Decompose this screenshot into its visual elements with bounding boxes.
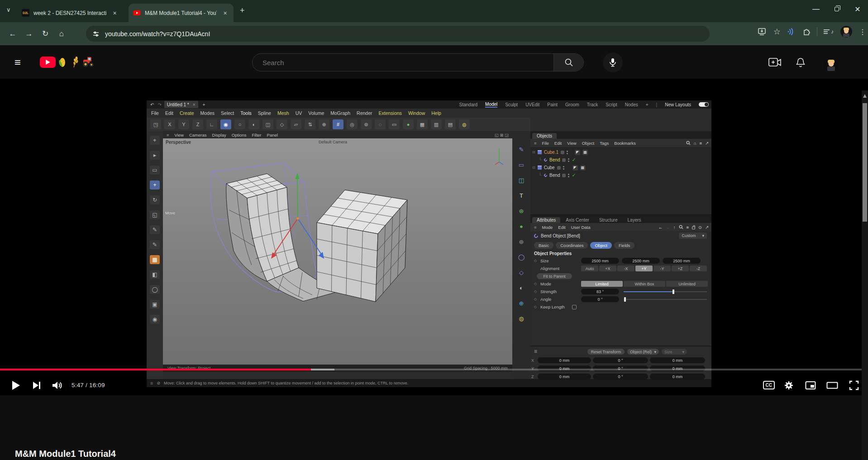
align-plus-y[interactable]: +Y [635,266,653,271]
c4d-rect-select-icon[interactable]: ▭ [150,166,160,175]
menu-edit[interactable]: Edit [165,110,173,116]
c4d-layout-track[interactable]: Track [587,102,598,107]
c4d-tool-icon[interactable]: ◐ [248,119,259,129]
c4d-snap-icon[interactable]: # [333,119,343,129]
texture-tag-icon[interactable]: ▩ [582,150,588,155]
c4d-layout-groom[interactable]: Groom [565,102,579,107]
video-player[interactable]: ↶ ↷ Untitled 1 * × + Standard Model Scul… [0,79,868,395]
menu-extensions[interactable]: Extensions [379,110,402,116]
attr-menu-edit[interactable]: Edit [558,225,565,230]
coord-size-dropdown[interactable]: Size▾ [662,349,687,355]
c4d-axis-y-icon[interactable]: Y [178,119,189,129]
section-object-properties[interactable]: Object Properties [530,250,711,257]
c4d-move-tool-icon[interactable]: + [150,180,160,190]
menu-mesh[interactable]: Mesh [277,110,289,116]
rot-x-field[interactable]: 0 ° [593,357,648,363]
attr-menu-mode[interactable]: Mode [542,225,553,230]
search-input[interactable] [253,54,553,71]
back-button[interactable]: ← [5,29,21,38]
reading-audio-icon[interactable] [787,28,796,36]
menu-mograph[interactable]: MoGraph [330,110,350,116]
objects-home-icon[interactable]: ⌂ [694,141,696,146]
attr-hamburger-icon[interactable]: ≡ [534,225,537,230]
c4d-deformer-icon[interactable]: ◯ [518,254,525,260]
page-scrollbar[interactable] [862,90,868,460]
angle-slider[interactable] [624,299,707,300]
coords-hamburger-icon[interactable]: ≡ [534,348,537,355]
c4d-axis-x-icon[interactable]: X [164,119,175,129]
c4d-tool-icon[interactable]: ◉ [150,315,160,324]
c4d-redo-icon[interactable]: ↷ [157,102,161,107]
pos-x-field[interactable]: 0 mm [538,357,591,363]
attr-filter-icon[interactable]: ≡ [687,225,689,230]
search-button[interactable] [553,54,583,71]
strength-slider[interactable] [624,291,707,292]
create-button[interactable] [768,58,781,67]
c4d-scale-tool-icon[interactable]: ◱ [150,210,160,219]
menu-tools[interactable]: Tools [240,110,252,116]
vp-corner-icons[interactable]: ◱ ⊞ ◲ [495,133,509,138]
guide-hamburger-icon[interactable]: ≡ [14,56,21,69]
visibility-dots[interactable] [568,158,569,162]
c4d-light-icon[interactable]: ◍ [519,316,524,322]
install-cast-icon[interactable] [758,28,767,36]
fit-to-parent-button[interactable]: Fit to Parent [537,273,572,279]
tab-close-icon[interactable]: × [111,9,119,17]
viewport-label[interactable]: Perspective [166,140,191,145]
c4d-layout-toggle[interactable] [699,102,709,107]
c4d-pen-tool-icon[interactable]: ✎ [150,225,160,234]
menu-volume[interactable]: Volume [308,110,324,116]
captions-button[interactable]: CC [763,381,775,389]
viewport-canvas[interactable]: Perspective Default Camera Move View Tra… [163,138,512,372]
attr-forward-icon[interactable]: → [666,225,670,230]
c4d-tool-icon[interactable]: ⊚ [361,119,372,129]
mode-limited[interactable]: Limited [581,281,623,287]
c4d-viewport[interactable]: ≡ View Cameras Display Options Filter Pa… [163,131,512,379]
extensions-icon[interactable] [802,28,811,36]
size-z-field[interactable]: 2500 mm [663,258,701,264]
tab-structure[interactable]: Structure [595,217,622,223]
c4d-tool-icon[interactable]: ◇ [277,119,287,129]
layer-chip[interactable] [562,158,566,162]
scrollbar-thumb[interactable] [863,103,867,222]
profile-avatar[interactable] [840,25,853,38]
obj-menu-edit[interactable]: Edit [554,141,562,146]
c4d-doc-new-icon[interactable]: + [203,102,205,107]
enabled-check-icon[interactable]: ✓ [572,172,576,178]
mode-within-box[interactable]: Within Box [624,281,665,287]
bookmark-star-icon[interactable]: ☆ [773,27,781,37]
notifications-button[interactable] [796,57,806,68]
c4d-material-icon[interactable]: ▦ [150,255,160,264]
coord-mode-dropdown[interactable]: Object (Rel)▾ [627,349,659,355]
size-y-field[interactable]: 2500 mm [622,258,660,264]
menu-uv[interactable]: UV [296,110,302,116]
phong-tag-icon[interactable]: ◤ [575,150,580,155]
c4d-doc-close-icon[interactable]: × [193,102,196,107]
c4d-tool-icon[interactable]: ▦ [417,119,428,129]
align-plus-z[interactable]: +Z [672,266,689,271]
menu-create[interactable]: Create [180,110,194,116]
window-close-button[interactable]: ✕ [847,0,868,18]
c4d-undo-icon[interactable]: ↶ [150,102,154,107]
c4d-text-icon[interactable]: T [520,193,523,199]
fullscreen-button[interactable] [846,376,862,394]
vp-menu-panel[interactable]: Panel [267,133,278,138]
c4d-sphere-icon[interactable]: ● [403,119,414,129]
c4d-tool-icon[interactable]: ○ [234,119,245,129]
forward-button[interactable]: → [21,29,37,38]
scrollbar-up-arrow[interactable] [863,94,867,98]
tab-axis-center[interactable]: Axis Center [561,217,594,223]
objects-search-icon[interactable] [686,141,691,145]
attr-target-icon[interactable]: ⊙ [698,225,702,230]
attr-search-icon[interactable] [679,225,683,229]
lock-icon[interactable] [692,227,695,229]
phong-tag-icon[interactable]: ◤ [572,165,578,171]
video-progress-bar[interactable] [0,369,868,370]
obj-menu-object[interactable]: Object [582,141,594,146]
obj-menu-tags[interactable]: Tags [600,141,609,146]
youtube-logo[interactable] [40,56,95,68]
c4d-sphere-icon[interactable]: ● [520,223,523,229]
search-box[interactable] [252,53,584,71]
obj-menu-bookmarks[interactable]: Bookmarks [614,141,636,146]
obj-menu-file[interactable]: File [542,141,549,146]
